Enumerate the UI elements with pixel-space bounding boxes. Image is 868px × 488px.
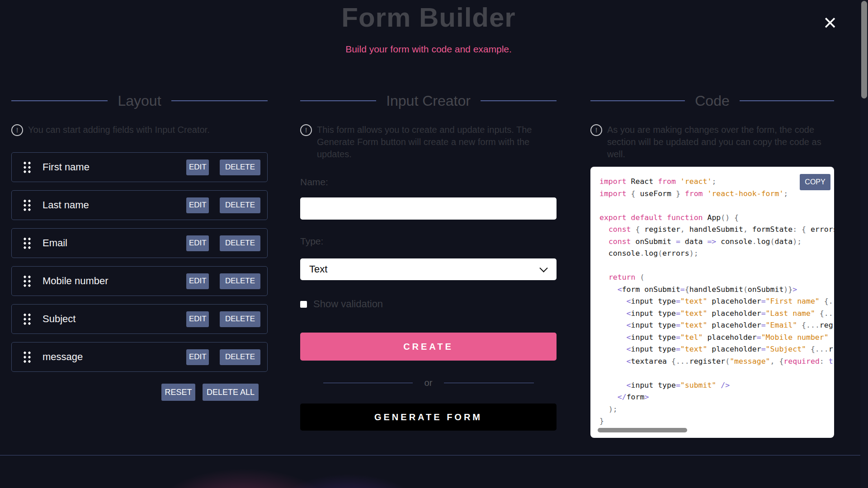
field-label: Mobile number bbox=[42, 275, 186, 287]
field-row: Mobile number EDIT DELETE bbox=[11, 266, 268, 296]
code-line: } bbox=[599, 415, 834, 427]
code-line: <input type="text" placeholder="Subject"… bbox=[599, 343, 834, 356]
code-section-title: Code bbox=[695, 93, 730, 109]
divider-line bbox=[300, 100, 376, 101]
generate-form-button[interactable]: GENERATE FORM bbox=[300, 404, 557, 431]
edit-button[interactable]: EDIT bbox=[186, 197, 209, 213]
info-icon: ! bbox=[300, 124, 312, 136]
layout-section-title: Layout bbox=[118, 93, 161, 109]
type-select[interactable]: Text bbox=[300, 258, 557, 280]
code-section: Code ! As you are making changes over th… bbox=[590, 90, 834, 438]
field-label: Email bbox=[42, 237, 186, 249]
name-input[interactable] bbox=[300, 197, 557, 220]
code-line: ); bbox=[599, 404, 834, 416]
edit-button[interactable]: EDIT bbox=[186, 273, 209, 289]
divider-line bbox=[590, 100, 685, 101]
copy-button[interactable]: COPY bbox=[800, 174, 830, 190]
layout-section: Layout ! You can start adding fields wit… bbox=[11, 90, 268, 401]
input-creator-header: Input Creator bbox=[300, 90, 557, 111]
delete-button[interactable]: DELETE bbox=[220, 197, 260, 213]
background-glow bbox=[0, 455, 868, 488]
code-info-text: As you are making changes over the form,… bbox=[607, 124, 834, 160]
code-line: export default function App() { bbox=[599, 212, 834, 224]
input-creator-title: Input Creator bbox=[386, 93, 471, 109]
page-scrollbar-track[interactable] bbox=[860, 0, 868, 488]
field-row: message EDIT DELETE bbox=[11, 342, 268, 372]
layout-info: ! You can start adding fields with Input… bbox=[11, 124, 268, 136]
code-line: <input type="text" placeholder="Email" {… bbox=[599, 319, 834, 332]
drag-handle-icon[interactable] bbox=[23, 199, 32, 212]
show-validation-row: Show validation bbox=[300, 298, 557, 310]
page-title: Form Builder bbox=[0, 2, 857, 33]
field-label: Subject bbox=[42, 313, 186, 325]
input-creator-info-text: This form allows you to create and updat… bbox=[317, 124, 557, 160]
field-row: Subject EDIT DELETE bbox=[11, 304, 268, 334]
or-label: or bbox=[425, 378, 433, 388]
delete-button[interactable]: DELETE bbox=[220, 273, 260, 289]
input-creator-section: Input Creator ! This form allows you to … bbox=[300, 90, 557, 431]
drag-handle-icon[interactable] bbox=[23, 313, 32, 326]
code-line: const { register, handleSubmit, formStat… bbox=[599, 224, 834, 236]
reset-button[interactable]: RESET bbox=[161, 384, 195, 401]
page-subtitle: Build your form with code and example. bbox=[0, 44, 857, 55]
field-list: First name EDIT DELETE Last name EDIT DE… bbox=[11, 152, 268, 372]
field-label: message bbox=[42, 351, 186, 363]
type-select-value: Text bbox=[309, 263, 327, 275]
create-button[interactable]: CREATE bbox=[300, 333, 557, 361]
field-row: Last name EDIT DELETE bbox=[11, 190, 268, 220]
input-creator-info: ! This form allows you to create and upd… bbox=[300, 124, 557, 160]
field-label: First name bbox=[42, 161, 186, 173]
divider-line bbox=[481, 100, 557, 101]
edit-button[interactable]: EDIT bbox=[186, 349, 209, 365]
code-info: ! As you are making changes over the for… bbox=[590, 124, 834, 160]
code-line: <form onSubmit={handleSubmit(onSubmit)}> bbox=[599, 284, 834, 296]
delete-button[interactable]: DELETE bbox=[220, 235, 260, 251]
layout-actions: RESET DELETE ALL bbox=[11, 384, 268, 401]
page-scrollbar-thumb[interactable] bbox=[861, 1, 867, 99]
edit-button[interactable]: EDIT bbox=[186, 311, 209, 327]
drag-handle-icon[interactable] bbox=[23, 275, 32, 288]
show-validation-label: Show validation bbox=[313, 298, 383, 310]
drag-handle-icon[interactable] bbox=[23, 351, 32, 364]
info-icon: ! bbox=[590, 124, 602, 136]
delete-button[interactable]: DELETE bbox=[220, 311, 260, 327]
delete-button[interactable]: DELETE bbox=[220, 160, 260, 175]
layout-section-header: Layout bbox=[11, 90, 268, 111]
code-line: <input type="tel" placeholder="Mobile nu… bbox=[599, 332, 834, 344]
code-section-header: Code bbox=[590, 90, 834, 111]
divider-line bbox=[11, 100, 108, 101]
field-label: Last name bbox=[42, 199, 186, 211]
close-icon[interactable]: × bbox=[819, 12, 841, 33]
delete-button[interactable]: DELETE bbox=[220, 349, 260, 365]
name-label: Name: bbox=[300, 177, 557, 188]
show-validation-checkbox[interactable] bbox=[300, 301, 307, 308]
code-line: <input type="text" placeholder="First na… bbox=[599, 296, 834, 308]
code-line bbox=[599, 200, 834, 212]
code-panel: COPY import React from 'react';import { … bbox=[590, 167, 834, 438]
code-line: </form> bbox=[599, 391, 834, 404]
divider-line bbox=[444, 383, 533, 383]
chevron-down-icon bbox=[539, 264, 547, 272]
code-line bbox=[599, 367, 834, 380]
code-hscrollbar-thumb[interactable] bbox=[598, 428, 687, 432]
info-icon: ! bbox=[11, 124, 23, 136]
delete-all-button[interactable]: DELETE ALL bbox=[203, 384, 259, 401]
edit-button[interactable]: EDIT bbox=[186, 160, 209, 175]
code-line: <textarea {...register("message", {requi… bbox=[599, 356, 834, 368]
divider-line bbox=[171, 100, 268, 101]
divider-line bbox=[323, 383, 413, 383]
code-line: return ( bbox=[599, 272, 834, 284]
layout-info-text: You can start adding fields with Input C… bbox=[28, 124, 210, 136]
code-line: import { useForm } from 'react-hook-form… bbox=[599, 188, 834, 200]
or-divider: or bbox=[323, 378, 534, 388]
code-block: import React from 'react';import { useFo… bbox=[599, 176, 834, 427]
drag-handle-icon[interactable] bbox=[23, 161, 32, 174]
field-row: First name EDIT DELETE bbox=[11, 152, 268, 182]
code-line bbox=[599, 260, 834, 272]
drag-handle-icon[interactable] bbox=[23, 237, 32, 250]
field-row: Email EDIT DELETE bbox=[11, 228, 268, 258]
code-line: <input type="submit" /> bbox=[599, 380, 834, 392]
code-line: <input type="text" placeholder="Last nam… bbox=[599, 308, 834, 320]
edit-button[interactable]: EDIT bbox=[186, 235, 209, 251]
divider-line bbox=[740, 100, 834, 101]
